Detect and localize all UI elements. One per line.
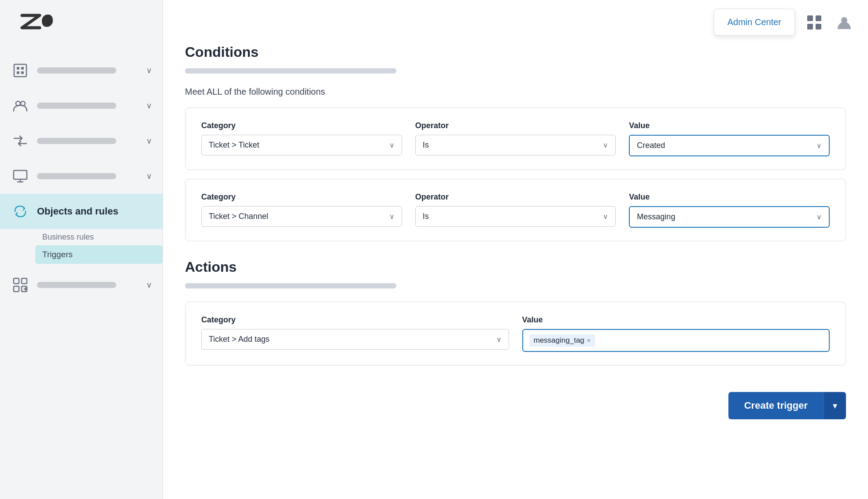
svg-rect-9 [22, 278, 27, 284]
chevron-operator-2: ∨ [603, 212, 608, 221]
condition-card-2: Category Ticket > Channel ∨ Operator Is … [185, 179, 846, 241]
action-1-value-label: Value [522, 315, 830, 325]
sidebar-item-objects-rules[interactable]: Objects and rules [0, 194, 163, 229]
chevron-down-icon-4: ∨ [146, 171, 152, 181]
svg-rect-3 [17, 71, 19, 74]
conditions-bar [185, 68, 396, 74]
nav-label-bar-workspaces [37, 173, 143, 179]
admin-center-link[interactable]: Admin Center [728, 17, 781, 27]
svg-rect-15 [816, 15, 821, 21]
action-1-value-group: Value messaging_tag × [522, 315, 830, 352]
condition-2-category-select[interactable]: Ticket > Channel ∨ [201, 206, 402, 227]
sub-nav: Business rules Triggers [0, 229, 163, 267]
sidebar-item-workspaces[interactable]: ∨ [0, 159, 163, 194]
chevron-action-category: ∨ [496, 335, 502, 344]
apps-icon [11, 275, 30, 295]
meet-all-text: Meet ALL of the following conditions [185, 87, 846, 97]
chevron-down-icon: ∨ [146, 66, 152, 75]
main-content: Admin Center Conditions Meet ALL of the … [163, 0, 868, 499]
condition-row-1: Category Ticket > Ticket ∨ Operator Is ∨… [201, 121, 830, 156]
svg-rect-8 [14, 278, 19, 284]
condition-1-operator-group: Operator Is ∨ [415, 121, 616, 155]
condition-1-operator-label: Operator [415, 121, 616, 130]
condition-1-category-group: Category Ticket > Ticket ∨ [201, 121, 402, 155]
building-icon [11, 61, 30, 80]
chevron-value-2: ∨ [816, 213, 822, 221]
sidebar: ∨ ∨ [0, 0, 163, 499]
svg-rect-0 [14, 64, 26, 77]
action-1-category-select[interactable]: Ticket > Add tags ∨ [201, 329, 509, 350]
conditions-section: Conditions Meet ALL of the following con… [185, 44, 846, 241]
people-icon [11, 96, 30, 115]
condition-row-2: Category Ticket > Channel ∨ Operator Is … [201, 192, 830, 228]
nav-label-text-wrapper: Objects and rules [37, 206, 152, 217]
tag-chip-messaging-tag: messaging_tag × [529, 334, 595, 347]
action-card-1: Category Ticket > Add tags ∨ Value messa… [185, 302, 846, 366]
condition-1-value-select[interactable]: Created ∨ [629, 135, 830, 156]
sidebar-nav: ∨ ∨ [0, 48, 163, 499]
chevron-down-icon-2: ∨ [146, 101, 152, 111]
user-avatar-button[interactable] [834, 12, 855, 33]
logo-area [0, 0, 163, 48]
condition-2-value-label: Value [629, 192, 830, 202]
svg-rect-1 [17, 67, 19, 70]
sidebar-item-channels[interactable]: ∨ [0, 123, 163, 159]
action-row-1: Category Ticket > Add tags ∨ Value messa… [201, 315, 830, 352]
actions-bar [185, 283, 396, 288]
condition-2-value-select[interactable]: Messaging ∨ [629, 206, 830, 228]
condition-1-value-group: Value Created ∨ [629, 121, 830, 156]
svg-rect-4 [21, 71, 24, 74]
create-trigger-button[interactable]: Create trigger [728, 392, 824, 419]
top-bar: Admin Center [701, 0, 868, 44]
monitor-icon [11, 166, 30, 186]
sidebar-item-people[interactable]: ∨ [0, 88, 163, 123]
user-avatar-icon [836, 14, 853, 31]
action-1-category-label: Category [201, 315, 509, 325]
svg-rect-2 [21, 67, 24, 70]
condition-2-category-label: Category [201, 192, 402, 202]
arrows-icon [11, 131, 30, 151]
dropdown-chevron-icon: ▾ [833, 401, 837, 410]
condition-1-category-label: Category [201, 121, 402, 130]
sidebar-sub-item-triggers[interactable]: Triggers [35, 245, 163, 264]
chevron-value-1: ∨ [816, 141, 822, 150]
footer-actions: Create trigger ▾ [185, 392, 846, 419]
action-1-category-group: Category Ticket > Add tags ∨ [201, 315, 509, 350]
condition-2-operator-group: Operator Is ∨ [415, 192, 616, 227]
svg-rect-7 [14, 170, 27, 179]
condition-1-operator-select[interactable]: Is ∨ [415, 135, 616, 155]
nav-label-bar-apps [37, 282, 143, 288]
chevron-category-2: ∨ [389, 212, 395, 221]
nav-label-bar-people [37, 103, 143, 109]
create-trigger-dropdown-button[interactable]: ▾ [824, 392, 846, 419]
condition-2-operator-label: Operator [415, 192, 616, 202]
nav-label-bar-channels [37, 138, 143, 144]
chevron-category-1: ∨ [389, 141, 395, 149]
zendesk-logo [18, 11, 53, 37]
svg-rect-16 [807, 24, 813, 30]
condition-1-category-select[interactable]: Ticket > Ticket ∨ [201, 135, 402, 155]
business-rules-header: Business rules [35, 229, 163, 245]
condition-2-value-group: Value Messaging ∨ [629, 192, 830, 228]
apps-grid-icon [806, 14, 823, 31]
admin-center-dropdown: Admin Center [714, 9, 795, 36]
objects-rules-label: Objects and rules [37, 206, 118, 217]
remove-tag-button[interactable]: × [587, 337, 591, 344]
condition-1-value-label: Value [629, 121, 830, 130]
sidebar-item-workspace[interactable]: ∨ [0, 53, 163, 88]
sidebar-item-apps[interactable]: ∨ [0, 267, 163, 303]
apps-grid-button[interactable] [804, 12, 825, 33]
chevron-down-icon-3: ∨ [146, 136, 152, 146]
action-1-tag-input[interactable]: messaging_tag × [522, 329, 830, 352]
svg-rect-17 [816, 24, 821, 30]
condition-2-operator-select[interactable]: Is ∨ [415, 206, 616, 227]
actions-section: Actions Category Ticket > Add tags ∨ Val… [185, 259, 846, 366]
chevron-down-icon-5: ∨ [146, 280, 152, 290]
svg-rect-10 [14, 286, 19, 292]
condition-2-category-group: Category Ticket > Channel ∨ [201, 192, 402, 227]
conditions-title: Conditions [185, 44, 846, 60]
objects-rules-icon [11, 202, 30, 221]
condition-card-1: Category Ticket > Ticket ∨ Operator Is ∨… [185, 107, 846, 170]
chevron-operator-1: ∨ [603, 141, 608, 149]
nav-label-bar-workspace [37, 67, 143, 74]
